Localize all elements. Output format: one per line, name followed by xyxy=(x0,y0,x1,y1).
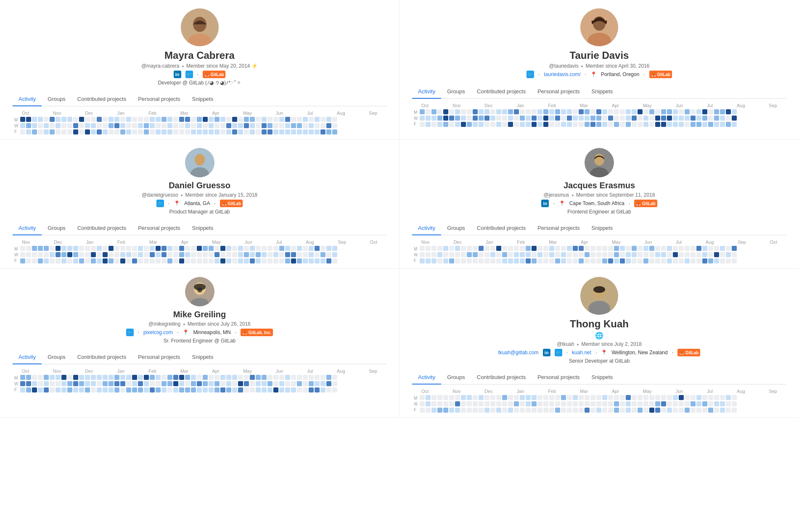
website-link-mike[interactable]: pixelcog.com xyxy=(143,329,173,335)
profile-bio-thong: Senior Developer at GitLab xyxy=(569,358,630,364)
tab-snippets-mike[interactable]: Snippets xyxy=(186,350,220,364)
gitlab-icon[interactable]: 🦊 GitLab xyxy=(203,71,225,78)
profile-name-mayra: Mayra Cabrera xyxy=(164,50,235,61)
chart-cells-mike xyxy=(20,375,386,393)
svg-point-21 xyxy=(593,286,605,293)
chart-months-mike: OctNovDecJanFebMarAprMayJunJulAugSep xyxy=(13,369,386,375)
nav-tabs-thong: Activity Groups Contributed projects Per… xyxy=(412,371,786,385)
profile-links-jacques: in · 📍 Cape Town, South Africa · 🦊 GitLa… xyxy=(541,200,657,207)
activity-chart-mayra: OctNovDecJanFebMarAprMayJunJulAugSep MWF xyxy=(13,111,386,135)
tab-activity-mike[interactable]: Activity xyxy=(13,350,42,364)
email-link-thong[interactable]: tkuah@gitlab.com xyxy=(498,350,539,356)
tab-activity-thong[interactable]: Activity xyxy=(412,371,441,385)
gitlab-icon-taurie[interactable]: 🦊 GitLab xyxy=(649,71,672,78)
profile-bio-jacques: Frontend Engineer at GitLab xyxy=(567,209,631,215)
tab-snippets-daniel[interactable]: Snippets xyxy=(186,221,220,235)
tab-personal-mike[interactable]: Personal projects xyxy=(132,350,186,364)
nav-tabs-mayra: Activity Groups Contributed projects Per… xyxy=(13,92,386,106)
tab-contributed-mayra[interactable]: Contributed projects xyxy=(71,92,132,106)
tab-groups-daniel[interactable]: Groups xyxy=(42,221,71,235)
tab-snippets-mayra[interactable]: Snippets xyxy=(186,92,220,106)
tab-groups-jacques[interactable]: Groups xyxy=(441,221,471,235)
tab-contributed-thong[interactable]: Contributed projects xyxy=(471,371,532,385)
profile-header-mayra: Mayra Cabrera @mayra-cabrera Member sinc… xyxy=(13,8,386,87)
tab-groups-thong[interactable]: Groups xyxy=(441,371,471,385)
gitlab-icon-mike[interactable]: 🦊 GitLab, Inc. xyxy=(241,329,273,336)
chart-body-mike: MWF xyxy=(13,375,386,393)
profile-header-taurie: Taurie Davis @tauriedavis Member since A… xyxy=(412,8,786,80)
twitter-icon-mike[interactable]: 🐦 xyxy=(126,329,134,336)
chart-cells-jacques xyxy=(420,246,786,264)
tab-personal-daniel[interactable]: Personal projects xyxy=(132,221,186,235)
profile-card-daniel: Daniel Gruesso @danielgruesso Member sin… xyxy=(0,140,400,269)
chart-body-taurie: MWF xyxy=(412,109,786,127)
tab-snippets-thong[interactable]: Snippets xyxy=(586,371,619,385)
activity-chart-jacques: NovDecJanFebMarAprMayJunJulAugSepOct MWF xyxy=(412,240,786,264)
linkedin-icon-thong[interactable]: in xyxy=(543,349,550,356)
profile-links-taurie: 🐦 · tauriedavis.com/ · 📍 Portland, Orego… xyxy=(526,71,672,78)
profile-header-jacques: Jacques Erasmus @jerasmus Member since S… xyxy=(412,148,786,216)
profile-card-taurie: Taurie Davis @tauriedavis Member since A… xyxy=(400,0,799,140)
chart-cells-mayra xyxy=(20,117,386,135)
nav-tabs-jacques: Activity Groups Contributed projects Per… xyxy=(412,221,786,235)
gitlab-icon-daniel[interactable]: 🦊 GitLab xyxy=(220,200,243,207)
profile-meta2-thong: @tkuah Member since July 2, 2018 xyxy=(557,341,642,347)
profile-bio-mayra: Developer @ GitLab (ﾉ◕ ヮ◕)ﾉ*:･ﾟ✧ xyxy=(158,80,241,86)
profile-meta-mayra: @mayra-cabrera Member since May 20, 2014… xyxy=(141,63,258,69)
tab-personal-jacques[interactable]: Personal projects xyxy=(532,221,585,235)
twitter-icon[interactable]: 🐦 xyxy=(185,71,193,78)
tab-contributed-daniel[interactable]: Contributed projects xyxy=(71,221,132,235)
profile-name-taurie: Taurie Davis xyxy=(570,50,629,61)
profile-card-mayra: Mayra Cabrera @mayra-cabrera Member sinc… xyxy=(0,0,400,140)
tab-personal-thong[interactable]: Personal projects xyxy=(532,371,585,385)
tab-activity-jacques[interactable]: Activity xyxy=(412,221,441,235)
chart-body-thong: MWF xyxy=(412,395,786,413)
gitlab-icon-jacques[interactable]: 🦊 GitLab xyxy=(634,200,657,207)
avatar-thong xyxy=(580,277,618,315)
website-link-thong[interactable]: kuah.net xyxy=(572,350,591,356)
tab-contributed-taurie[interactable]: Contributed projects xyxy=(471,85,532,99)
tab-contributed-mike[interactable]: Contributed projects xyxy=(71,350,132,364)
svg-point-9 xyxy=(195,155,205,165)
profile-card-thong: Thong Kuah 🌐 @tkuah Member since July 2,… xyxy=(400,269,799,418)
tab-groups-mayra[interactable]: Groups xyxy=(42,92,71,106)
tab-snippets-taurie[interactable]: Snippets xyxy=(586,85,619,99)
avatar-mayra xyxy=(181,8,219,46)
nav-tabs-daniel: Activity Groups Contributed projects Per… xyxy=(13,221,386,235)
twitter-icon-daniel[interactable]: 🐦 xyxy=(156,200,164,207)
profile-header-thong: Thong Kuah 🌐 @tkuah Member since July 2,… xyxy=(412,277,786,366)
tab-activity-daniel[interactable]: Activity xyxy=(13,221,42,235)
linkedin-icon[interactable]: in xyxy=(174,71,181,78)
profile-name-daniel: Daniel Gruesso xyxy=(169,181,230,190)
profile-bio-daniel: Product Manager at GitLab xyxy=(169,209,230,215)
profile-meta-mike: @mikegreiling Member since July 26, 2016 xyxy=(148,321,251,327)
chart-body-daniel: MWF xyxy=(13,246,386,264)
tab-activity-taurie[interactable]: Activity xyxy=(412,85,441,99)
gitlab-icon-thong[interactable]: 🦊 GitLab xyxy=(677,349,700,356)
profile-name-mike: Mike Greiling xyxy=(173,310,226,319)
profile-name-thong: Thong Kuah xyxy=(570,318,629,330)
chart-body-jacques: MWF xyxy=(412,246,786,264)
chart-cells-taurie xyxy=(420,109,786,127)
chart-body-mayra: MWF xyxy=(13,117,386,135)
avatar-jacques xyxy=(585,148,614,177)
chart-months-jacques: NovDecJanFebMarAprMayJunJulAugSepOct xyxy=(412,240,786,246)
twitter-icon-taurie[interactable]: 🐦 xyxy=(526,71,534,78)
profile-header-daniel: Daniel Gruesso @danielgruesso Member sin… xyxy=(13,148,386,216)
profile-meta-daniel: @danielgruesso Member since January 15, … xyxy=(142,192,257,198)
profile-header-mike: Mike Greiling @mikegreiling Member since… xyxy=(13,277,386,345)
tab-groups-mike[interactable]: Groups xyxy=(42,350,71,364)
activity-chart-taurie: OctNovDecJanFebMarAprMayJunJulAugSep MWF xyxy=(412,103,786,127)
tab-snippets-jacques[interactable]: Snippets xyxy=(586,221,619,235)
profile-card-jacques: Jacques Erasmus @jerasmus Member since S… xyxy=(400,140,799,269)
website-link-taurie[interactable]: tauriedavis.com/ xyxy=(544,71,580,77)
avatar-taurie xyxy=(580,8,618,46)
tab-personal-mayra[interactable]: Personal projects xyxy=(132,92,186,106)
tab-groups-taurie[interactable]: Groups xyxy=(441,85,471,99)
tab-personal-taurie[interactable]: Personal projects xyxy=(532,85,585,99)
tab-activity-mayra[interactable]: Activity xyxy=(13,92,42,106)
linkedin-icon-jacques[interactable]: in xyxy=(541,200,549,207)
page-grid: Mayra Cabrera @mayra-cabrera Member sinc… xyxy=(0,0,799,418)
tab-contributed-jacques[interactable]: Contributed projects xyxy=(471,221,532,235)
twitter-icon-thong[interactable]: 🐦 xyxy=(555,349,562,356)
